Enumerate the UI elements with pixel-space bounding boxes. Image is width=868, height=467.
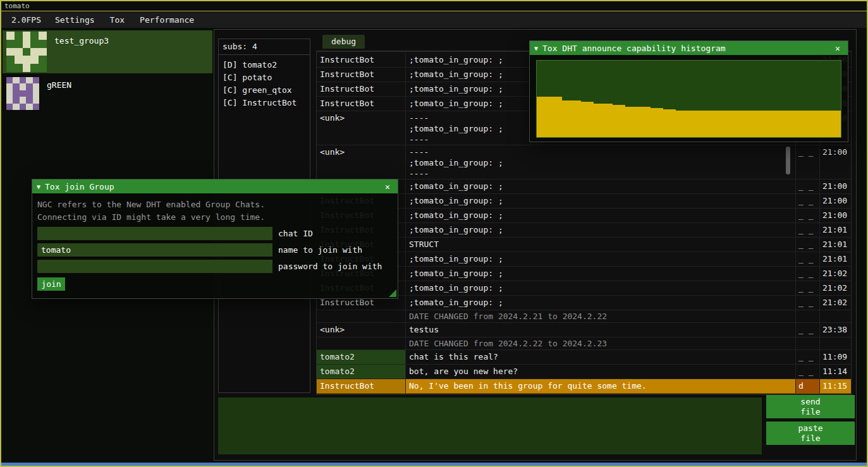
chat-id-input[interactable]: [37, 227, 272, 240]
histogram-bar: [784, 111, 790, 137]
group-item-green[interactable]: gREEN: [3, 75, 212, 118]
histogram-bar: [688, 111, 695, 137]
histogram-bar: [726, 111, 733, 137]
date-row-spacer: [317, 337, 405, 349]
histogram-bars: [537, 61, 841, 137]
histogram-bar: [714, 111, 720, 137]
message-row[interactable]: <unk>testus_ _23:38: [317, 323, 851, 337]
histogram-bar: [556, 97, 562, 137]
join-button[interactable]: join: [37, 277, 65, 291]
histogram-bar: [746, 111, 752, 137]
paste-file-button[interactable]: paste file: [766, 422, 855, 445]
histogram-bar: [549, 97, 556, 137]
avatar-pixel: [6, 104, 13, 110]
histogram-bar: [778, 111, 784, 137]
histogram-bar: [816, 111, 822, 137]
join-info-line: NGC refers to the New DHT enabled Group …: [37, 198, 393, 211]
bottom-border-strip: [1, 463, 867, 466]
subs-item-tomato2[interactable]: [D] tomato2: [223, 59, 306, 71]
histogram-bar: [613, 105, 619, 137]
histogram-bar: [543, 97, 549, 137]
avatar-pixel: [23, 48, 31, 56]
avatar-pixel: [23, 40, 31, 48]
menu-performance[interactable]: Performance: [132, 12, 202, 28]
histogram-bar: [834, 111, 841, 137]
dht-histogram-titlebar[interactable]: ▼ Tox DHT announce capability histogram …: [530, 41, 848, 55]
resize-grip[interactable]: [389, 289, 396, 297]
tab-debug[interactable]: debug: [322, 35, 365, 49]
avatar-pixel: [20, 83, 26, 90]
group-avatar: [6, 77, 39, 110]
avatar-pixel: [33, 90, 39, 97]
subs-item-instructbot[interactable]: [C] InstructBot: [223, 97, 306, 109]
avatar-pixel: [15, 56, 23, 64]
date-separator-row[interactable]: DATE CHANGED from 2024.2.21 to 2024.2.22: [317, 310, 851, 323]
histogram-bar: [663, 109, 669, 137]
menu-tox[interactable]: Tox: [102, 12, 132, 28]
avatar-pixel: [26, 97, 32, 103]
avatar-pixel: [20, 90, 26, 97]
message-row[interactable]: InstructBotNo, I've been in this group f…: [317, 379, 851, 394]
message-flags: _ _: [795, 194, 819, 208]
window-titlebar[interactable]: tomato: [1, 1, 867, 11]
histogram-bar: [594, 104, 600, 137]
message-time: 21:02: [819, 281, 851, 295]
avatar-pixel: [15, 64, 23, 72]
field-row-name: name to join with: [37, 243, 393, 257]
message-flags: _ _: [795, 179, 819, 193]
join-name-input[interactable]: [37, 243, 272, 257]
avatar-pixel: [20, 97, 26, 103]
avatar-pixel: [30, 48, 39, 56]
histogram-bar: [797, 111, 803, 137]
chat-scrollbar[interactable]: [786, 147, 790, 174]
avatar-pixel: [13, 90, 19, 97]
message-flags: _ _: [795, 296, 819, 310]
message-flags: _ _: [795, 267, 819, 281]
message-time: 21:01: [819, 238, 851, 252]
dht-histogram-window[interactable]: ▼ Tox DHT announce capability histogram …: [529, 40, 848, 142]
message-text: ;tomato_in_group: ;: [405, 296, 795, 310]
subs-item-potato[interactable]: [C] potato: [223, 71, 306, 84]
send-file-button[interactable]: send file: [766, 395, 855, 418]
date-text: DATE CHANGED from 2024.2.22 to 2024.2.23: [405, 337, 795, 349]
avatar-pixel: [6, 56, 15, 64]
message-input[interactable]: [218, 397, 762, 454]
avatar-pixel: [26, 90, 32, 97]
message-flags: _ _: [795, 209, 819, 222]
message-flags: _ _: [795, 223, 819, 237]
avatar-pixel: [23, 32, 31, 40]
message-flags: _ _: [795, 145, 819, 179]
fps-counter: 2.0FPS: [5, 12, 47, 28]
subs-item-green_qtox[interactable]: [C] green_qtox: [223, 84, 306, 97]
message-time: 11:15: [819, 379, 851, 393]
join-password-input[interactable]: [37, 260, 272, 273]
avatar-pixel: [13, 83, 19, 90]
collapse-arrow-icon[interactable]: ▼: [37, 183, 40, 190]
message-sender: tomato2: [317, 350, 405, 364]
message-time: [819, 337, 851, 349]
message-row[interactable]: <unk>---- ;tomato_in_group: ; ----_ _21:…: [317, 145, 851, 179]
close-icon[interactable]: ✕: [832, 44, 843, 53]
message-sender: InstructBot: [317, 53, 405, 67]
message-text: ---- ;tomato_in_group: ; ----: [405, 145, 795, 179]
join-group-window[interactable]: ▼ Tox join Group ✕ NGC refers to the New…: [32, 179, 398, 299]
message-text: ;tomato_in_group: ;: [405, 252, 795, 266]
avatar-pixel: [6, 97, 13, 103]
date-separator-row[interactable]: DATE CHANGED from 2024.2.22 to 2024.2.23: [317, 337, 851, 350]
message-row[interactable]: tomato2chat is this real?_ _11:09: [317, 350, 851, 365]
message-time: 21:02: [819, 296, 851, 310]
avatar-pixel: [13, 104, 19, 110]
histogram-bar: [619, 105, 625, 137]
message-row[interactable]: tomato2bot, are you new here?_ _11:14: [317, 365, 851, 379]
join-name-label: name to join with: [278, 245, 362, 255]
collapse-arrow-icon[interactable]: ▼: [534, 45, 538, 52]
close-icon[interactable]: ✕: [382, 182, 393, 191]
message-flags: _ _: [795, 238, 819, 252]
group-item-test_group3[interactable]: test_group3: [3, 30, 212, 73]
message-time: [819, 310, 851, 322]
menu-settings[interactable]: Settings: [47, 12, 102, 28]
join-group-titlebar[interactable]: ▼ Tox join Group ✕: [32, 179, 398, 193]
histogram-bar: [809, 111, 816, 137]
histogram-bar: [752, 111, 759, 137]
message-sender: <unk>: [317, 323, 405, 337]
